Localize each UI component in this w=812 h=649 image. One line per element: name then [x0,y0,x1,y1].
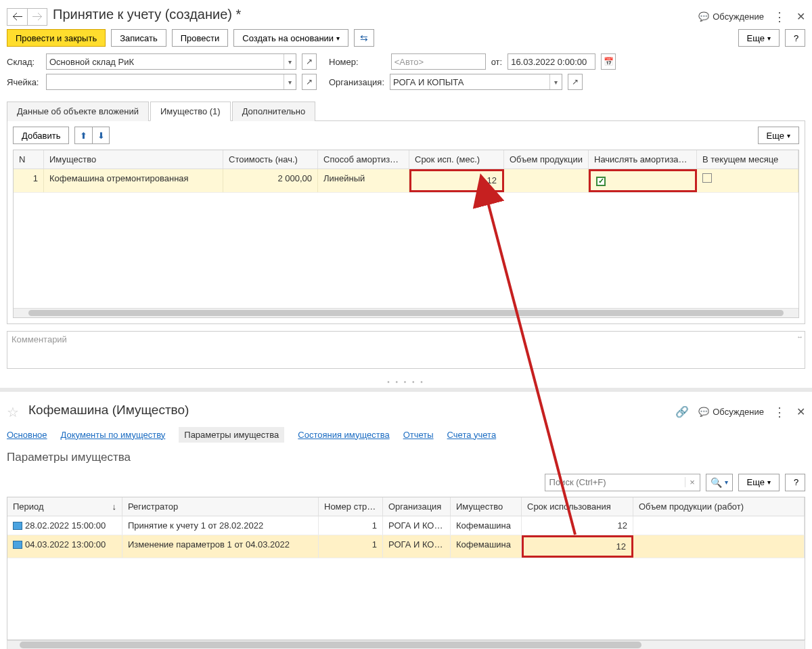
table2-row[interactable]: 28.02.2022 15:00:00 Принятие к учету 1 о… [7,516,805,535]
col2-period[interactable]: Период ↓ [7,497,122,516]
link-docs[interactable]: Документы по имуществу [61,430,166,440]
horizontal-scrollbar-2[interactable] [7,640,805,650]
nav-back-button[interactable]: 🡠 [7,8,27,26]
col2-term[interactable]: Срок использования [522,497,633,516]
discussion-link-2[interactable]: 💬 Обсуждение [698,407,764,417]
doc-icon [13,522,22,530]
col2-org[interactable]: Организация [383,497,451,516]
cell-curr-month[interactable] [697,169,798,192]
cell2-term: 12 [522,535,633,558]
chat-icon: 💬 [698,407,709,417]
date-input[interactable]: 16.03.2022 0:00:00 [508,53,595,70]
col2-registrar[interactable]: Регистратор [122,497,319,516]
chat-icon: 💬 [698,12,709,22]
cell2-asset: Кофемашина [451,535,522,558]
org-open-button[interactable]: ↗ [568,74,583,90]
col-volume[interactable]: Объем продукции [504,150,589,169]
col-cost[interactable]: Стоимость (нач.) [223,150,318,169]
warehouse-open-button[interactable]: ↗ [302,53,317,70]
clear-search-icon[interactable]: × [685,477,700,487]
page-title: Принятие к учету (создание) * [53,7,693,22]
table-empty-area [14,193,798,308]
doc-icon [13,541,22,549]
cell-select[interactable]: ▾ [46,74,296,90]
structure-icon-button[interactable]: ⇆ [354,29,374,47]
post-button[interactable]: Провести [172,29,229,47]
table-more-button[interactable]: Еще [758,127,799,144]
cell2-volume [633,535,805,558]
col-accrue[interactable]: Начислять амортизацию [589,150,697,169]
link-states[interactable]: Состояния имущества [298,430,389,440]
nav-forward-button[interactable]: 🡢 [27,8,47,26]
cell2-org: РОГА И КО… [383,516,451,535]
tab-object-data[interactable]: Данные об объекте вложений [7,102,149,121]
comment-textarea[interactable]: Комментарий ↔ [7,331,805,369]
number-label: Номер: [329,57,359,67]
move-down-button[interactable]: ⬇ [92,127,110,144]
link-icon[interactable]: 🔗 [675,405,689,418]
col2-volume[interactable]: Объем продукции (работ) [633,497,805,516]
post-and-close-button[interactable]: Провести и закрыть [7,29,106,47]
link-reports[interactable]: Отчеты [403,430,434,440]
cell2-asset: Кофемашина [451,516,522,535]
tab-assets[interactable]: Имущество (1) [150,102,231,121]
col-term[interactable]: Срок исп. (мес.) [409,150,504,169]
help-button[interactable]: ? [785,29,805,47]
search-options-button[interactable]: 🔍 [706,474,733,491]
cell-open-button[interactable]: ↗ [302,74,317,90]
col-curr-month[interactable]: В текущем месяце [697,150,798,169]
cell2-registrar: Принятие к учету 1 от 28.02.2022 [122,516,319,535]
cell2-period: 28.02.2022 15:00:00 [7,516,122,535]
pane-resize-handle[interactable]: • • • • • [0,378,812,388]
link-main[interactable]: Основное [7,430,47,440]
cell2-period: 04.03.2022 13:00:00 [7,535,122,558]
sub-page-title: Кофемашина (Имущество) [28,403,670,418]
save-button[interactable]: Записать [111,29,166,47]
calendar-icon[interactable]: 📅 [601,53,616,70]
cell-label: Ячейка: [7,77,41,87]
link-params[interactable]: Параметры имущества [179,427,284,443]
cell-n: 1 [14,169,44,192]
cell-cost: 2 000,00 [223,169,318,192]
more-button[interactable]: Еще [738,29,780,47]
create-based-on-button[interactable]: Создать на основании [233,29,348,47]
move-up-button[interactable]: ⬆ [74,127,92,144]
col-asset[interactable]: Имущество [44,150,223,169]
help-button-2[interactable]: ? [785,474,805,491]
table-row[interactable]: 1 Кофемашина отремонтированная 2 000,00 … [14,169,798,193]
search-field[interactable] [545,477,685,487]
cell2-volume [633,516,805,535]
chevron-down-icon: ▾ [549,74,562,89]
chevron-down-icon: ▾ [284,74,296,89]
close-icon-2[interactable]: ✕ [796,405,805,418]
cell2-org: РОГА И КО… [383,535,451,558]
org-select[interactable]: РОГА И КОПЫТА ▾ [390,74,562,90]
table2-row[interactable]: 04.03.2022 13:00:00 Изменение параметров… [7,535,805,558]
section-title: Параметры имущества [0,451,812,474]
cell-term[interactable]: 12 [409,169,504,192]
col2-line[interactable]: Номер строки [319,497,383,516]
col2-asset[interactable]: Имущество [451,497,522,516]
kebab-menu-icon-2[interactable]: ⋮ [773,405,787,420]
col-amort-method[interactable]: Способ амортизации [318,150,409,169]
horizontal-scrollbar[interactable] [14,308,798,317]
kebab-menu-icon[interactable]: ⋮ [773,9,787,24]
resize-handle-icon[interactable]: ↔ [796,333,803,340]
more-button-2[interactable]: Еще [738,474,780,491]
discussion-link[interactable]: 💬 Обсуждение [698,12,764,22]
cell-asset: Кофемашина отремонтированная [44,169,223,192]
warehouse-select[interactable]: Основной склад РиК ▾ [46,53,296,70]
close-icon[interactable]: ✕ [796,10,805,23]
add-row-button[interactable]: Добавить [13,127,69,144]
cell-accrue[interactable]: ✓ [589,169,697,192]
from-label: от: [491,57,503,67]
link-accounts[interactable]: Счета учета [447,430,497,440]
tab-additional[interactable]: Дополнительно [232,102,316,121]
col-n[interactable]: N [14,150,44,169]
favorite-star-icon[interactable]: ☆ [7,404,19,420]
number-input[interactable]: <Авто> [391,53,486,70]
cell2-term: 12 [522,516,633,535]
warehouse-label: Склад: [7,57,41,67]
search-input[interactable]: × [545,474,700,491]
cell2-registrar: Изменение параметров 1 от 04.03.2022 [122,535,319,558]
